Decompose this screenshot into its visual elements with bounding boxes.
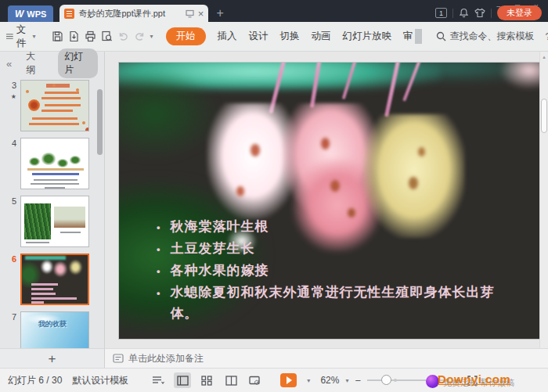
tab-insert[interactable]: 插入: [218, 30, 237, 43]
scrollbar-thumb[interactable]: [541, 99, 547, 133]
tab-home[interactable]: 开始: [166, 27, 206, 45]
toolbar: 文件 ▾ ▾ 开始 插入 设计 切换 动画 幻灯片放映 审: [0, 22, 548, 52]
slide-thumbnail-7[interactable]: 我的收获: [20, 311, 89, 348]
slide-counter: 幻灯片 6 / 30: [8, 374, 62, 387]
downyi-watermark: Downyi.com: [438, 372, 510, 386]
chevron-down-icon: ▾: [33, 33, 36, 40]
add-slide-cell: +: [0, 348, 105, 368]
slide-thumbnail-3[interactable]: [20, 80, 89, 131]
slide-text-block[interactable]: • 秋海棠落叶生根 • 土豆发芽生长 • 各种水果的嫁接 • 水螅除夏初和秋末外…: [157, 216, 505, 324]
zoom-out-button[interactable]: −: [355, 375, 361, 387]
title-bar: W WPS 奇妙的克隆ppt课件.ppt × + − □ × 1: [0, 0, 548, 22]
bullet-icon: •: [157, 282, 161, 324]
hamburger-icon: [6, 32, 13, 41]
bullet-item: • 秋海棠落叶生根: [157, 216, 505, 238]
template-name-button[interactable]: 默认设计模板: [72, 374, 128, 387]
zoom-chevron-icon[interactable]: ▾: [345, 377, 348, 384]
slide-number: 4: [12, 138, 16, 148]
slide-number: 6: [12, 254, 16, 264]
tab-slides[interactable]: 幻灯片: [58, 49, 98, 78]
slide-thumbnail-6-selected[interactable]: [20, 254, 89, 305]
slide-sorter-view-button[interactable]: [198, 372, 215, 388]
zoom-slider-handle[interactable]: [381, 375, 391, 385]
slide-thumb-row-7: 7 我的收获: [0, 311, 104, 348]
skin-tshirt-icon[interactable]: [474, 8, 485, 18]
reading-view-button[interactable]: [222, 372, 240, 388]
search-icon: [436, 31, 446, 41]
command-search[interactable]: 查找命令、搜索模板: [436, 30, 535, 43]
thumb7-caption: 我的收获: [38, 319, 67, 329]
tab-review-clipped[interactable]: 审: [403, 29, 422, 44]
pin-tab-icon[interactable]: [186, 9, 194, 18]
notification-bell-icon[interactable]: [459, 8, 469, 18]
divider: [452, 9, 453, 18]
search-placeholder: 查找命令、搜索模板: [450, 30, 535, 43]
content-area: « 大纲 幻灯片 3 ★: [0, 52, 548, 348]
show-notes-button[interactable]: [150, 372, 167, 388]
bullet-item: • 水螅除夏初和秋末外通常进行无性生殖即身体长出芽体。: [157, 282, 505, 324]
sidebar-scrollbar[interactable]: [97, 89, 103, 208]
add-slide-button[interactable]: +: [49, 352, 56, 365]
wps-home-button[interactable]: W WPS: [8, 5, 53, 22]
undo-button[interactable]: [117, 28, 129, 45]
slide-thumbnail-4[interactable]: [20, 138, 89, 189]
promo-area: 免费定制 帮你做稿 Downyi.com: [426, 371, 543, 390]
play-options-chevron-icon[interactable]: ▾: [307, 377, 310, 384]
collapse-panel-icon[interactable]: «: [6, 58, 12, 70]
slide-edit-area: • 秋海棠落叶生根 • 土豆发芽生长 • 各种水果的嫁接 • 水螅除夏初和秋末外…: [105, 52, 548, 348]
slide-thumb-row-6: 6: [0, 254, 104, 305]
notes-row: + 单击此处添加备注: [0, 348, 548, 368]
toolbar-right-icons: ? ⋮ ▾: [546, 31, 548, 42]
slide-number: 5: [12, 196, 16, 206]
notes-placeholder: 单击此处添加备注: [128, 352, 204, 365]
new-tab-button[interactable]: +: [216, 7, 223, 20]
document-tab[interactable]: 奇妙的克隆ppt课件.ppt ×: [59, 5, 208, 22]
tab-animation[interactable]: 动画: [312, 30, 331, 43]
notes-field[interactable]: 单击此处添加备注: [105, 348, 548, 368]
vertical-scrollbar[interactable]: ▴: [539, 52, 548, 348]
file-menu[interactable]: 文件 ▾: [6, 23, 36, 50]
export-pdf-button[interactable]: [68, 28, 80, 45]
wps-logo-label: WPS: [27, 9, 46, 19]
login-button[interactable]: 未登录: [497, 5, 542, 20]
thumbnail-list: 3 ★: [0, 75, 104, 348]
customize-quickbar-chevron-icon[interactable]: ▾: [150, 33, 153, 40]
divider: [491, 9, 492, 18]
projection-view-button[interactable]: [247, 372, 264, 388]
bullet-item: • 各种水果的嫁接: [157, 260, 505, 282]
slide-panel-header: « 大纲 幻灯片: [0, 52, 104, 75]
sidebar-scrollbar-thumb[interactable]: [97, 89, 103, 155]
play-slideshow-button[interactable]: [280, 373, 297, 387]
close-tab-icon[interactable]: ×: [198, 9, 204, 19]
wps-logo-icon: W: [15, 9, 23, 20]
slide-thumb-row-4: 4: [0, 138, 104, 189]
scroll-up-arrow-icon[interactable]: ▴: [540, 52, 548, 60]
zoom-level[interactable]: 62%: [320, 375, 339, 386]
save-button[interactable]: [52, 28, 63, 45]
notes-icon: [113, 354, 124, 363]
help-icon[interactable]: ?: [546, 31, 548, 42]
tab-outline[interactable]: 大纲: [20, 49, 50, 78]
ppt-file-icon: [64, 9, 74, 19]
file-menu-label: 文件: [16, 23, 30, 50]
normal-view-button[interactable]: [174, 372, 191, 388]
window-count-badge[interactable]: 1: [435, 8, 447, 18]
slide-thumb-row-5: 5: [0, 196, 104, 247]
clipped-tab-box: [415, 29, 422, 44]
document-tab-title: 奇妙的克隆ppt课件.ppt: [78, 8, 181, 20]
wps-presentation-window: W WPS 奇妙的克隆ppt课件.ppt × + − □ × 1: [0, 0, 548, 392]
status-bar: 幻灯片 6 / 30 默认设计模板 ▾ 62% ▾ −: [0, 368, 548, 392]
print-button[interactable]: [85, 28, 96, 45]
redo-button[interactable]: [134, 28, 146, 45]
bullet-item: • 土豆发芽生长: [157, 238, 505, 260]
tab-design[interactable]: 设计: [249, 30, 269, 43]
slide-thumbnail-5[interactable]: [20, 196, 89, 247]
tab-transition[interactable]: 切换: [280, 30, 300, 43]
slide-thumb-row-3: 3 ★: [0, 80, 104, 131]
print-preview-button[interactable]: [101, 28, 113, 45]
slide-canvas[interactable]: • 秋海棠落叶生根 • 土豆发芽生长 • 各种水果的嫁接 • 水螅除夏初和秋末外…: [119, 63, 539, 339]
tab-slideshow[interactable]: 幻灯片放映: [343, 30, 392, 43]
bullet-icon: •: [157, 260, 161, 282]
photo-flower-topright: [499, 63, 539, 89]
account-area: 1 未登录: [435, 5, 542, 20]
